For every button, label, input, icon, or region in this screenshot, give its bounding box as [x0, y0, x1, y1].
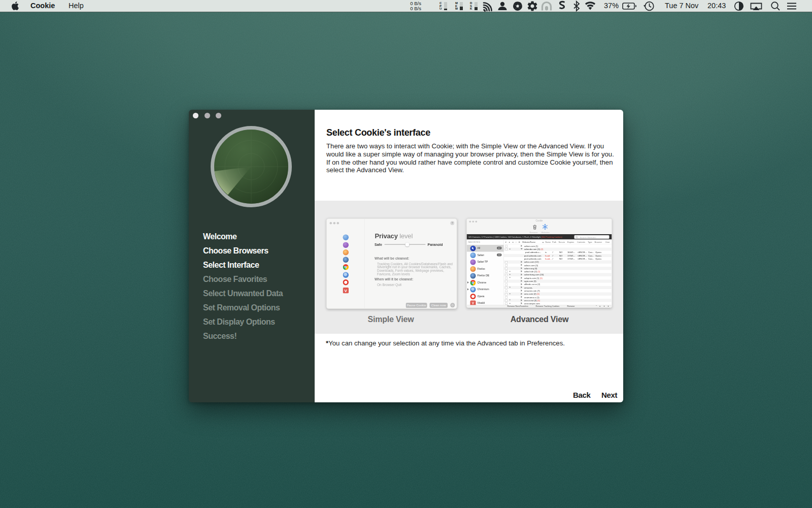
svg-text:?: ?: [451, 221, 453, 225]
